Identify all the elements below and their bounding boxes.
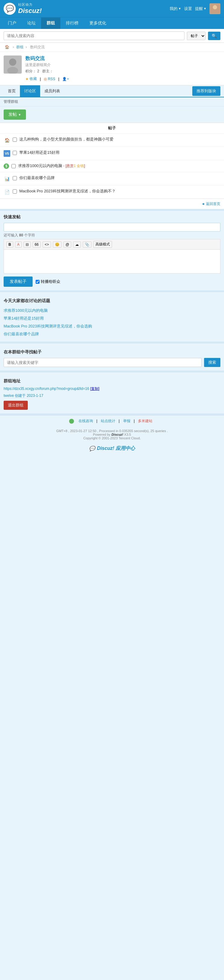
add-member-link[interactable]: 👤+	[62, 77, 69, 81]
post-link[interactable]: 苹果14好用还是15好用	[19, 150, 59, 155]
post-checkbox[interactable]	[11, 164, 16, 168]
trending-link[interactable]: 苹果14好用还是15好用	[4, 316, 44, 321]
trending-item: 你们最喜欢哪个品牌	[4, 330, 220, 338]
nav-link-forum[interactable]: 论坛	[22, 18, 41, 29]
nav-item-group[interactable]: 群组	[41, 18, 60, 29]
tab-home[interactable]: 首页	[4, 85, 20, 97]
nav-item-more[interactable]: 更多优化	[84, 18, 112, 29]
report-link[interactable]: 举报	[123, 419, 130, 423]
bottom-logo-icon: 💬	[89, 445, 95, 452]
reward-gold: 1 金钱	[74, 164, 84, 168]
group-address-section: 群组地址 https://dzx35.xcxgy.cn/forum.php?mo…	[0, 375, 224, 414]
search-button[interactable]: 🔍	[208, 32, 220, 40]
post-item: $ 求推荐1000元以内的电脑 - [悬赏1 金钱]	[0, 160, 224, 172]
my-dropdown[interactable]: 我的 ▼	[170, 6, 181, 11]
group-creator: twelve 创建于 2023-1-17	[4, 393, 220, 398]
discuz-brand-footer: Discuz!	[111, 433, 123, 436]
post-type-icon: 📄	[4, 189, 10, 196]
trending-link[interactable]: MacBook Pro 2023科技网测评意见综述，你会选购	[4, 324, 92, 328]
site-name: 社区动力	[18, 2, 42, 7]
group-url: https://dzx35.xcxgy.cn/forum.php?mod=gro…	[4, 386, 220, 391]
back-home-link[interactable]: ◄ 返回首页	[202, 202, 220, 206]
post-item: V5 苹果14好用还是15好用	[0, 147, 224, 160]
nav-link-more[interactable]: 更多优化	[84, 18, 112, 29]
breadcrumb-sep2: ›	[26, 45, 28, 49]
toolbar-emoji[interactable]: 😊	[53, 242, 62, 248]
sub-nav-left: 首页 讨论区 成员列表	[4, 85, 64, 97]
copy-link[interactable]: [复制]	[90, 387, 100, 391]
search-type-select[interactable]: 帖子	[187, 32, 206, 40]
group-detail: 数码交流 这里是群组简介 积分： 2 群主： ★ 收藏 | ◎ RSS |	[26, 56, 69, 81]
toolbar-color[interactable]: A	[15, 242, 22, 248]
nav-link-rank[interactable]: 排行榜	[60, 18, 84, 29]
toolbar-attach[interactable]: 📎	[83, 242, 91, 248]
collect-link[interactable]: ★ 收藏	[26, 76, 37, 81]
settings-link[interactable]: 设置	[184, 6, 192, 11]
group-actions: ★ 收藏 | ◎ RSS | 👤+	[26, 76, 69, 81]
trending-item: 求推荐1000元以内的电脑	[4, 307, 220, 315]
quick-post-input[interactable]	[4, 223, 220, 232]
toolbar-mention[interactable]: @	[63, 242, 71, 248]
nav-item-forum[interactable]: 论坛	[22, 18, 41, 29]
group-info: 数码交流 这里是群组简介 积分： 2 群主： ★ 收藏 | ◎ RSS |	[0, 52, 224, 85]
post-link[interactable]: 这几种狗狗，是小型犬里的颜值担当，都是神颜小可爱	[19, 137, 114, 142]
build-link[interactable]: 多米建站	[138, 419, 152, 423]
toolbar-media[interactable]: ☁	[73, 242, 81, 248]
post-button[interactable]: 发帖 ▼	[4, 110, 26, 120]
post-title: 求推荐1000元以内的电脑 - [悬赏1 金钱]	[18, 163, 85, 169]
recommend-button[interactable]: 推荐到版块	[192, 86, 220, 96]
post-link[interactable]: MacBook Pro 2023科技网测评意见综述，你会选购不？	[19, 189, 116, 193]
rss-icon: ◎	[44, 77, 47, 81]
tab-members[interactable]: 成员列表	[40, 85, 64, 97]
post-checkbox[interactable]	[13, 176, 17, 180]
search-input[interactable]	[4, 31, 184, 40]
logo-text: 社区动力 Discuz!	[18, 2, 42, 15]
post-checkbox[interactable]	[13, 137, 17, 142]
bottom-logo-text: Discuz! 应用中心	[97, 445, 134, 452]
broadcast-checkbox[interactable]	[36, 280, 40, 284]
manage-group-link[interactable]: 管理群组	[4, 100, 18, 104]
toolbar-quote[interactable]: 66	[33, 242, 41, 248]
alert-dropdown-arrow: ▼	[203, 7, 206, 10]
nav-link-group[interactable]: 群组	[41, 18, 60, 29]
trending-link[interactable]: 你们最喜欢哪个品牌	[4, 332, 39, 336]
nav-item-rank[interactable]: 排行榜	[60, 18, 84, 29]
online-icon	[69, 419, 74, 424]
post-checkbox[interactable]	[13, 189, 17, 194]
post-title: 这几种狗狗，是小型犬里的颜值担当，都是神颜小可爱	[19, 137, 114, 142]
toolbar-code[interactable]: <>	[43, 242, 51, 248]
toolbar-advanced[interactable]: 高级模式	[93, 241, 112, 248]
tab-discussion[interactable]: 讨论区	[20, 85, 40, 97]
leave-group-button[interactable]: 退出群组	[4, 401, 28, 410]
add-person-icon: 👤+	[62, 77, 69, 81]
trending-title: 今天大家都在讨论的话题	[4, 298, 220, 304]
post-link[interactable]: 你们最喜欢哪个品牌	[19, 175, 54, 180]
toolbar-table[interactable]: ⊟	[24, 242, 31, 248]
trending-link[interactable]: 求推荐1000元以内的电脑	[4, 308, 48, 313]
post-item: 🏠 这几种狗狗，是小型犬里的颜值担当，都是神颜小可爱	[0, 134, 224, 147]
quick-post-title: 快速发帖	[4, 215, 220, 220]
toolbar-bold[interactable]: B	[6, 242, 13, 248]
submit-post-button[interactable]: 发表帖子	[4, 277, 33, 287]
online-consulting-link[interactable]: 在线咨询	[78, 419, 93, 423]
nav-item-portal[interactable]: 门户	[2, 18, 22, 29]
group-search-button[interactable]: 搜索	[204, 358, 220, 367]
rss-link[interactable]: ◎ RSS	[44, 77, 55, 81]
quick-post-section: 快速发帖 还可输入 80 个字符 B A ⊟ 66 <> 😊 @ ☁ 📎 高级模…	[0, 211, 224, 290]
footer-powered: Powered by Discuz! X3.5	[2, 433, 222, 436]
group-search-input[interactable]	[4, 358, 202, 367]
editor-area[interactable]	[4, 249, 220, 274]
bottom-brand: 💬 Discuz! 应用中心	[0, 442, 224, 455]
post-link[interactable]: 求推荐1000元以内的电脑	[18, 164, 62, 168]
my-dropdown-arrow: ▼	[178, 7, 181, 10]
avatar[interactable]	[210, 3, 220, 14]
star-icon: ★	[26, 77, 29, 81]
alert-dropdown[interactable]: 提醒 ▼	[195, 6, 206, 11]
post-item: 📊 你们最喜欢哪个品牌	[0, 172, 224, 185]
post-checkbox[interactable]	[13, 151, 17, 155]
breadcrumb-group[interactable]: 群组	[16, 45, 24, 49]
post-type-icon: V5	[4, 150, 10, 157]
nav-link-portal[interactable]: 门户	[2, 18, 22, 29]
stats-link[interactable]: 站点统计	[101, 419, 115, 423]
footer-links: 在线咨询 | 站点统计 | 举报 | 多米建站	[0, 415, 224, 427]
